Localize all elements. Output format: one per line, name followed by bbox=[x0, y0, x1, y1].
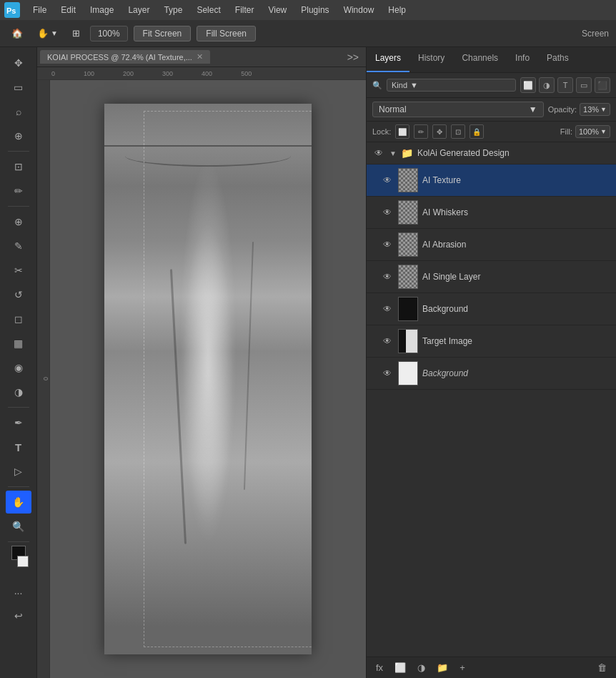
clone-stamp-tool[interactable]: ✂ bbox=[6, 259, 31, 282]
lock-position-button[interactable]: ✥ bbox=[432, 124, 447, 139]
opacity-value[interactable]: 13% ▼ bbox=[580, 103, 610, 116]
blur-tool[interactable]: ◉ bbox=[6, 356, 31, 379]
gradient-tool[interactable]: ▦ bbox=[6, 332, 31, 355]
menu-bar: Ps File Edit Image Layer Type Select Fil… bbox=[0, 0, 616, 20]
history-brush-tool[interactable]: ↺ bbox=[6, 283, 31, 306]
marquee-tool[interactable]: ▭ bbox=[6, 76, 31, 99]
menu-type[interactable]: Type bbox=[158, 3, 188, 17]
layer-item[interactable]: 👁 AI Single Layer bbox=[367, 261, 616, 293]
layer-item[interactable]: 👁 Background bbox=[367, 293, 616, 325]
add-mask-button[interactable]: ⬜ bbox=[391, 660, 409, 675]
blend-mode-select[interactable]: Normal ▼ bbox=[372, 102, 544, 117]
filter-adjustment-icon[interactable]: ◑ bbox=[539, 77, 555, 93]
menu-filter[interactable]: Filter bbox=[229, 3, 260, 17]
lasso-tool[interactable]: ⌕ bbox=[6, 100, 31, 123]
zoom-level[interactable]: 100% bbox=[90, 26, 128, 41]
filter-type-icon[interactable]: T bbox=[557, 77, 573, 93]
hand-tool[interactable]: ✋ bbox=[6, 491, 31, 514]
svg-text:Ps: Ps bbox=[6, 6, 16, 15]
new-layer-button[interactable]: + bbox=[456, 660, 469, 675]
menu-select[interactable]: Select bbox=[191, 3, 226, 17]
layer-item[interactable]: 👁 AI Whiskers bbox=[367, 197, 616, 229]
tab-layers[interactable]: Layers bbox=[367, 47, 409, 72]
layer-item[interactable]: 👁 AI Abrasion bbox=[367, 229, 616, 261]
eraser-tool[interactable]: ◻ bbox=[6, 308, 31, 330]
group-collapse-arrow[interactable]: ▼ bbox=[389, 149, 397, 157]
menu-help[interactable]: Help bbox=[382, 3, 412, 17]
layers-list[interactable]: 👁 ▼ 📁 KolAi Generated Design 👁 AI Textur… bbox=[367, 142, 616, 657]
menu-layer[interactable]: Layer bbox=[122, 3, 155, 17]
layer-visibility-toggle[interactable]: 👁 bbox=[381, 238, 394, 251]
fill-section: Fill: 100% ▼ bbox=[560, 125, 610, 138]
menu-plugins[interactable]: Plugins bbox=[295, 3, 334, 17]
menu-edit[interactable]: Edit bbox=[55, 3, 81, 17]
layer-item[interactable]: 👁 Background bbox=[367, 358, 616, 390]
canvas-area: KOIAI PROCESS @ 72.4% (AI Texture,... ✕ … bbox=[37, 47, 366, 678]
rotate-canvas[interactable]: ↩ bbox=[6, 604, 31, 627]
filter-smart-icon[interactable]: ⬛ bbox=[595, 77, 610, 93]
type-tool[interactable]: T bbox=[6, 436, 31, 458]
menu-image[interactable]: Image bbox=[84, 3, 119, 17]
layer-name: Background bbox=[422, 368, 610, 378]
layer-item[interactable]: 👁 AI Texture bbox=[367, 164, 616, 197]
home-button[interactable]: 🏠 bbox=[7, 25, 27, 41]
crop-tool[interactable]: ⊡ bbox=[6, 155, 31, 178]
filter-shape-icon[interactable]: ▭ bbox=[576, 77, 592, 93]
group-visibility-toggle[interactable]: 👁 bbox=[372, 147, 385, 159]
layer-visibility-toggle[interactable]: 👁 bbox=[381, 270, 394, 283]
lock-image-button[interactable]: ✏ bbox=[414, 124, 428, 139]
tab-paths[interactable]: Paths bbox=[538, 47, 577, 72]
fill-value[interactable]: 100% ▼ bbox=[575, 125, 610, 138]
more-tools[interactable]: ··· bbox=[6, 581, 31, 604]
blend-opacity-bar: Normal ▼ Opacity: 13% ▼ bbox=[367, 98, 616, 122]
dodge-tool[interactable]: ◑ bbox=[6, 380, 31, 403]
tab-close-button[interactable]: ✕ bbox=[197, 52, 203, 62]
layer-thumbnail bbox=[398, 297, 418, 321]
layer-visibility-toggle[interactable]: 👁 bbox=[381, 206, 394, 219]
group-folder-icon: 📁 bbox=[401, 147, 413, 159]
layer-thumbnail bbox=[398, 168, 418, 192]
fill-screen-button[interactable]: Fill Screen bbox=[197, 26, 256, 41]
quick-select-tool[interactable]: ⊕ bbox=[6, 124, 31, 147]
layer-visibility-toggle[interactable]: 👁 bbox=[381, 367, 394, 380]
lock-artboard-button[interactable]: ⊡ bbox=[451, 124, 465, 139]
menu-view[interactable]: View bbox=[262, 3, 292, 17]
filter-bar: 🔍 Kind ▼ ⬜ ◑ T ▭ ⬛ bbox=[367, 73, 616, 98]
zoom-tool[interactable]: 🔍 bbox=[6, 515, 31, 538]
delete-layer-button[interactable]: 🗑 bbox=[594, 660, 610, 675]
kind-filter-select[interactable]: Kind ▼ bbox=[387, 79, 516, 92]
eyedropper-tool[interactable]: ✏ bbox=[6, 180, 31, 202]
layer-group-row[interactable]: 👁 ▼ 📁 KolAi Generated Design bbox=[367, 142, 616, 164]
tool-extra-buttons: ··· ↩ bbox=[6, 581, 31, 627]
tab-channels[interactable]: Channels bbox=[453, 47, 507, 72]
tab-info[interactable]: Info bbox=[507, 47, 538, 72]
group-name: KolAi Generated Design bbox=[417, 148, 510, 158]
fit-screen-button[interactable]: Fit Screen bbox=[134, 26, 192, 41]
brush-tool[interactable]: ✎ bbox=[6, 235, 31, 257]
hand-tool-option[interactable]: ✋ ▼ bbox=[33, 25, 62, 41]
group-layer-button[interactable]: 📁 bbox=[433, 660, 452, 675]
layer-visibility-toggle[interactable]: 👁 bbox=[381, 335, 394, 348]
menu-file[interactable]: File bbox=[27, 3, 52, 17]
lock-all-button[interactable]: 🔒 bbox=[470, 124, 484, 139]
expand-panels-button[interactable]: >> bbox=[343, 50, 363, 64]
pen-tool[interactable]: ✒ bbox=[6, 411, 31, 434]
healing-brush-tool[interactable]: ⊕ bbox=[6, 210, 31, 233]
adjustment-layer-button[interactable]: ◑ bbox=[414, 660, 429, 675]
path-select-tool[interactable]: ▷ bbox=[6, 460, 31, 483]
move-tool[interactable]: ✥ bbox=[6, 51, 31, 74]
canvas-viewport[interactable] bbox=[50, 80, 366, 678]
menu-window[interactable]: Window bbox=[338, 3, 380, 17]
document-tab[interactable]: KOIAI PROCESS @ 72.4% (AI Texture,... ✕ bbox=[40, 50, 210, 64]
filter-pixel-icon[interactable]: ⬜ bbox=[520, 77, 536, 93]
layer-effects-button[interactable]: fx bbox=[372, 660, 387, 675]
canvas-with-ruler: 0 100 200 300 400 500 600 700 bbox=[37, 80, 366, 678]
tab-history[interactable]: History bbox=[409, 47, 453, 72]
transform-button[interactable]: ⊞ bbox=[68, 25, 84, 41]
layer-item[interactable]: 👁 Target Image bbox=[367, 325, 616, 358]
layer-thumbnail bbox=[398, 361, 418, 385]
lock-pixels-button[interactable]: ⬜ bbox=[395, 124, 409, 139]
layer-visibility-toggle[interactable]: 👁 bbox=[381, 174, 394, 187]
background-color[interactable] bbox=[17, 556, 29, 567]
layer-visibility-toggle[interactable]: 👁 bbox=[381, 303, 394, 315]
